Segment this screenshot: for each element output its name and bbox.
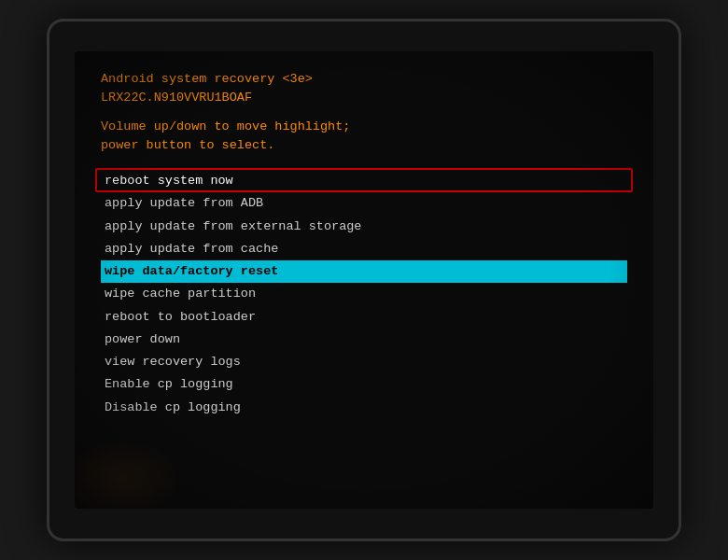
menu-item-reboot-system[interactable]: reboot system now: [101, 170, 627, 192]
android-recovery-screen: Android system recovery <3e> LRX22C.N910…: [75, 51, 653, 509]
menu-item-enable-cp[interactable]: Enable cp logging: [101, 373, 627, 396]
menu-item-wipe-factory[interactable]: wipe data/factory reset: [101, 260, 627, 283]
header-line1: Android system recovery <3e> LRX22C.N910…: [101, 70, 627, 108]
menu-item-reboot-bootloader[interactable]: reboot to bootloader: [101, 306, 627, 329]
menu-item-view-logs[interactable]: view recovery logs: [101, 351, 627, 373]
recovery-menu: reboot system now apply update from ADB …: [101, 170, 627, 419]
menu-item-disable-cp[interactable]: Disable cp logging: [101, 397, 627, 419]
menu-item-power-down[interactable]: power down: [101, 329, 627, 351]
menu-item-apply-cache[interactable]: apply update from cache: [101, 238, 627, 260]
menu-item-apply-adb[interactable]: apply update from ADB: [101, 192, 627, 215]
phone-frame: Android system recovery <3e> LRX22C.N910…: [47, 19, 681, 541]
hand-shadow: [75, 441, 177, 509]
menu-item-wipe-cache[interactable]: wipe cache partition: [101, 283, 627, 305]
menu-item-apply-external[interactable]: apply update from external storage: [101, 216, 627, 238]
instruction-text: Volume up/down to move highlight; power …: [101, 118, 627, 156]
